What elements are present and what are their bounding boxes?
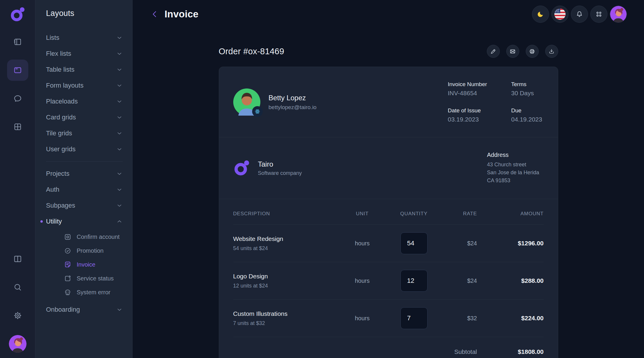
subtotal-label: Subtotal	[233, 348, 485, 355]
quantity-input[interactable]	[400, 270, 428, 292]
sidebar-item-label: Projects	[46, 170, 69, 178]
rail-item-panels[interactable]	[7, 248, 28, 270]
sidebar-item-label: Placeloads	[46, 98, 78, 105]
sidebar-item-table-lists[interactable]: Table lists	[46, 62, 123, 78]
notifications-button[interactable]	[571, 6, 588, 23]
edit-invoice-button[interactable]	[487, 45, 500, 58]
sidebar-item-auth[interactable]: Auth	[46, 182, 123, 198]
sidebar-item-utility[interactable]: Utility	[46, 214, 123, 229]
rail-nav-bottom	[7, 248, 28, 326]
quantity-input[interactable]	[400, 307, 428, 329]
sidebar-item-label: User grids	[46, 145, 75, 153]
rail-nav-top	[7, 31, 28, 137]
sidebar-item-label: Card grids	[46, 114, 76, 121]
download-invoice-button[interactable]	[545, 45, 558, 58]
item-rate: $32	[443, 315, 485, 322]
topbar-actions	[532, 6, 627, 23]
sidebar-item-onboarding[interactable]: Onboarding	[46, 302, 123, 318]
sidebar-item-form-layouts[interactable]: Form layouts	[46, 78, 123, 93]
topbar-user-avatar[interactable]	[610, 6, 627, 23]
item-rate: $24	[443, 277, 485, 284]
active-bullet-dot	[40, 220, 43, 223]
main-area: Invoice	[133, 0, 644, 358]
rail-item-search[interactable]	[7, 277, 28, 298]
invoice-page: Order #ox-81469	[219, 28, 558, 358]
customer-name: Betty Lopez	[269, 94, 317, 102]
language-selector-button[interactable]	[551, 6, 569, 23]
theme-toggle-button[interactable]	[532, 6, 549, 23]
apps-menu-button[interactable]	[590, 6, 607, 23]
subnav-item-invoice[interactable]: Invoice	[64, 258, 123, 272]
meta-cell-terms: Terms 30 Days	[511, 81, 544, 97]
subnav-item-confirm-account[interactable]: Confirm account	[64, 230, 123, 244]
rail-item-dashboards[interactable]	[7, 31, 28, 52]
customer-email: bettylopez@tairo.io	[269, 104, 317, 111]
rail-item-layouts[interactable]	[7, 60, 28, 81]
grid-squares-icon	[13, 122, 22, 132]
gear-icon	[13, 311, 22, 320]
subnav-item-system-error[interactable]: System error	[64, 285, 123, 299]
item-subtitle: 7 units at $32	[233, 320, 340, 326]
address-line: San Jose de la Herida	[487, 169, 544, 177]
chevron-down-icon	[116, 186, 123, 193]
sidebar-item-subpages[interactable]: Subpages	[46, 198, 123, 214]
send-invoice-button[interactable]	[506, 45, 519, 58]
sidebar-item-flex-lists[interactable]: Flex lists	[46, 46, 123, 62]
meta-label: Date of Issue	[448, 107, 511, 114]
chevron-down-icon	[116, 202, 123, 209]
company-name: Tairo	[258, 160, 302, 168]
moon-icon	[536, 10, 545, 18]
meta-cell-due: Due 04.19.2023	[511, 107, 544, 123]
address-line: CA 91853	[487, 177, 544, 185]
rail-item-messages[interactable]	[7, 88, 28, 109]
item-unit: hours	[340, 277, 385, 284]
order-title: Order #ox-81469	[219, 47, 284, 56]
back-button[interactable]	[149, 8, 161, 20]
column-header-unit: UNIT	[340, 211, 385, 217]
sidebar-item-card-grids[interactable]: Card grids	[46, 109, 123, 125]
meta-label: Terms	[511, 81, 544, 88]
sidebar-item-placeloads[interactable]: Placeloads	[46, 93, 123, 109]
sidebar-item-user-grids[interactable]: User grids	[46, 141, 123, 157]
sidebar-title: Layouts	[46, 9, 123, 18]
company-subtitle: Software company	[258, 170, 302, 176]
item-amount: $1296.00	[485, 240, 544, 247]
items-table-header: DESCRIPTION UNIT QUANTITY RATE AMOUNT	[233, 211, 544, 225]
rail-item-settings[interactable]	[7, 305, 28, 326]
sidebar-panel: Layouts Lists Flex lists Table lists For…	[35, 0, 133, 358]
subnav-item-label: Confirm account	[77, 234, 120, 240]
quantity-input[interactable]	[400, 232, 428, 254]
sidebar-item-label: Form layouts	[46, 82, 83, 89]
chevron-left-icon	[150, 10, 159, 19]
download-icon	[548, 48, 555, 55]
sidebar-item-projects[interactable]: Projects	[46, 166, 123, 182]
topbar: Invoice	[133, 0, 644, 28]
meta-label: Invoice Number	[448, 81, 511, 88]
us-flag-icon	[554, 8, 566, 20]
search-icon	[13, 283, 22, 292]
item-description: Custom Illustrations 7 units at $32	[233, 310, 340, 326]
subnav-item-label: Service status	[77, 275, 114, 282]
chevron-down-icon	[116, 170, 123, 177]
meta-value: INV-48654	[448, 90, 511, 97]
chevron-down-icon	[116, 98, 123, 105]
order-actions	[487, 45, 558, 58]
customer-identity: Betty Lopez bettylopez@tairo.io	[269, 94, 317, 111]
subnav-item-promotion[interactable]: Promotion	[64, 244, 123, 258]
rail-item-widgets[interactable]	[7, 116, 28, 137]
printer-icon	[529, 48, 535, 55]
sidebar-item-tile-grids[interactable]: Tile grids	[46, 125, 123, 141]
table-row: Website Redesign 54 units at $24 hours $…	[233, 225, 544, 262]
sidebar-item-lists[interactable]: Lists	[46, 30, 123, 46]
subnav-item-label: Promotion	[77, 247, 104, 254]
meta-cell-invoice-number: Invoice Number INV-48654	[448, 81, 511, 97]
print-invoice-button[interactable]	[526, 45, 539, 58]
address-block: Address 43 Church street San Jose de la …	[487, 152, 544, 185]
tairo-logo-icon[interactable]	[10, 6, 26, 22]
item-quantity-cell	[385, 232, 443, 254]
app-window: Layouts Lists Flex lists Table lists For…	[0, 0, 644, 358]
item-title: Logo Design	[233, 273, 340, 280]
item-title: Website Redesign	[233, 235, 340, 242]
rail-user-avatar[interactable]	[9, 335, 27, 353]
subnav-item-service-status[interactable]: Service status	[64, 272, 123, 285]
